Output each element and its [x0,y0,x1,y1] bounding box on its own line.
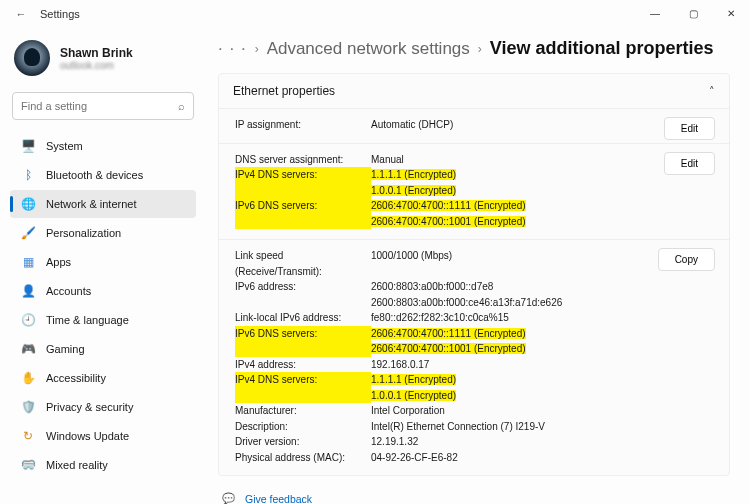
property-label [235,295,371,311]
property-value: 1.0.0.1 (Encrypted) [371,183,713,199]
maximize-button[interactable]: ▢ [674,0,712,28]
nav-icon: 🎮 [20,341,36,357]
property-value: fe80::d262:f282:3c10:c0ca%15 [371,310,713,326]
property-value: 2600:8803:a00b:f000:ce46:a13f:a71d:e626 [371,295,713,311]
user-name: Shawn Brink [60,46,133,60]
property-label: Description: [235,419,371,435]
property-row: Link speed (Receive/Transmit):1000/1000 … [235,248,713,279]
sidebar-item-mixed-reality[interactable]: 🥽Mixed reality [10,451,196,479]
property-row: IPv4 address:192.168.0.17 [235,357,713,373]
avatar [14,40,50,76]
property-row: IPv4 DNS servers:1.1.1.1 (Encrypted) [235,167,713,183]
property-label: IP assignment: [235,117,371,133]
user-account-button[interactable]: Shawn Brink outlook.com [10,36,204,86]
content: · · · › Advanced network settings › View… [204,28,750,504]
property-row: Manufacturer:Intel Corporation [235,403,713,419]
feedback-icon: 💬 [222,492,235,504]
sidebar: Shawn Brink outlook.com ⌕ 🖥️SystemᛒBluet… [0,28,204,504]
sidebar-item-network-internet[interactable]: 🌐Network & internet [10,190,196,218]
minimize-button[interactable]: — [636,0,674,28]
property-label: IPv6 DNS servers: [235,326,371,342]
property-value: 1.1.1.1 (Encrypted) [371,372,713,388]
property-value: 192.168.0.17 [371,357,713,373]
ethernet-properties-card: Ethernet properties ˄ EditIP assignment:… [218,73,730,476]
user-email: outlook.com [60,60,133,71]
breadcrumb-parent[interactable]: Advanced network settings [267,39,470,59]
edit-button[interactable]: Edit [664,152,715,175]
property-row: IPv6 address:2600:8803:a00b:f000::d7e8 [235,279,713,295]
nav-icon: 👤 [20,283,36,299]
property-label: Link speed (Receive/Transmit): [235,248,371,279]
property-row: DNS server assignment:Manual [235,152,713,168]
close-button[interactable]: ✕ [712,0,750,28]
nav-icon: 🥽 [20,457,36,473]
sidebar-item-label: Privacy & security [46,401,133,413]
sidebar-item-label: Network & internet [46,198,136,210]
breadcrumb: · · · › Advanced network settings › View… [218,32,730,73]
property-value: Manual [371,152,713,168]
search-input[interactable] [21,100,178,112]
property-label: IPv6 DNS servers: [235,198,371,214]
nav-icon: ↻ [20,428,36,444]
nav-icon: ✋ [20,370,36,386]
sidebar-item-label: Mixed reality [46,459,108,471]
sidebar-item-label: Gaming [46,343,85,355]
card-header[interactable]: Ethernet properties ˄ [219,74,729,108]
sidebar-item-system[interactable]: 🖥️System [10,132,196,160]
sidebar-item-label: Accessibility [46,372,106,384]
card-title: Ethernet properties [233,84,335,98]
sidebar-item-gaming[interactable]: 🎮Gaming [10,335,196,363]
sidebar-item-label: Time & language [46,314,129,326]
sidebar-item-label: Personalization [46,227,121,239]
sidebar-item-label: Windows Update [46,430,129,442]
property-value: 12.19.1.32 [371,434,713,450]
property-row: 1.0.0.1 (Encrypted) [235,388,713,404]
sidebar-item-accessibility[interactable]: ✋Accessibility [10,364,196,392]
property-label: Physical address (MAC): [235,450,371,466]
property-label: Driver version: [235,434,371,450]
sidebar-item-time-language[interactable]: 🕘Time & language [10,306,196,334]
property-section: EditDNS server assignment:ManualIPv4 DNS… [219,143,729,240]
nav-icon: ᛒ [20,167,36,183]
search-icon: ⌕ [178,100,185,112]
sidebar-item-apps[interactable]: ▦Apps [10,248,196,276]
property-row: Description:Intel(R) Ethernet Connection… [235,419,713,435]
edit-button[interactable]: Edit [664,117,715,140]
nav-icon: 🖥️ [20,138,36,154]
page-title: View additional properties [490,38,714,59]
property-label [235,183,371,199]
property-row: IP assignment:Automatic (DHCP) [235,117,713,133]
give-feedback-link[interactable]: Give feedback [245,493,312,505]
sidebar-item-privacy-security[interactable]: 🛡️Privacy & security [10,393,196,421]
property-section: CopyLink speed (Receive/Transmit):1000/1… [219,239,729,475]
property-value: 04-92-26-CF-E6-82 [371,450,713,466]
property-label: IPv4 DNS servers: [235,372,371,388]
nav-icon: 🌐 [20,196,36,212]
sidebar-item-accounts[interactable]: 👤Accounts [10,277,196,305]
property-row: 2600:8803:a00b:f000:ce46:a13f:a71d:e626 [235,295,713,311]
property-label: Manufacturer: [235,403,371,419]
sidebar-item-bluetooth-devices[interactable]: ᛒBluetooth & devices [10,161,196,189]
property-value: 2606:4700:4700::1111 (Encrypted) [371,326,713,342]
search-box[interactable]: ⌕ [12,92,194,120]
property-row: Link-local IPv6 address:fe80::d262:f282:… [235,310,713,326]
sidebar-item-label: Apps [46,256,71,268]
copy-button[interactable]: Copy [658,248,715,271]
back-button[interactable]: ← [12,8,30,20]
property-section: EditIP assignment:Automatic (DHCP) [219,109,729,143]
property-label [235,341,371,357]
chevron-up-icon: ˄ [709,85,715,98]
nav-icon: 🕘 [20,312,36,328]
sidebar-item-label: System [46,140,83,152]
property-row: 2606:4700:4700::1001 (Encrypted) [235,214,713,230]
property-row: Driver version:12.19.1.32 [235,434,713,450]
chevron-right-icon: › [255,42,259,56]
sidebar-item-personalization[interactable]: 🖌️Personalization [10,219,196,247]
window-title: Settings [40,8,80,20]
property-value: 1.0.0.1 (Encrypted) [371,388,713,404]
nav-icon: ▦ [20,254,36,270]
sidebar-item-label: Bluetooth & devices [46,169,143,181]
breadcrumb-more[interactable]: · · · [218,39,247,59]
sidebar-item-windows-update[interactable]: ↻Windows Update [10,422,196,450]
property-row: Physical address (MAC):04-92-26-CF-E6-82 [235,450,713,466]
